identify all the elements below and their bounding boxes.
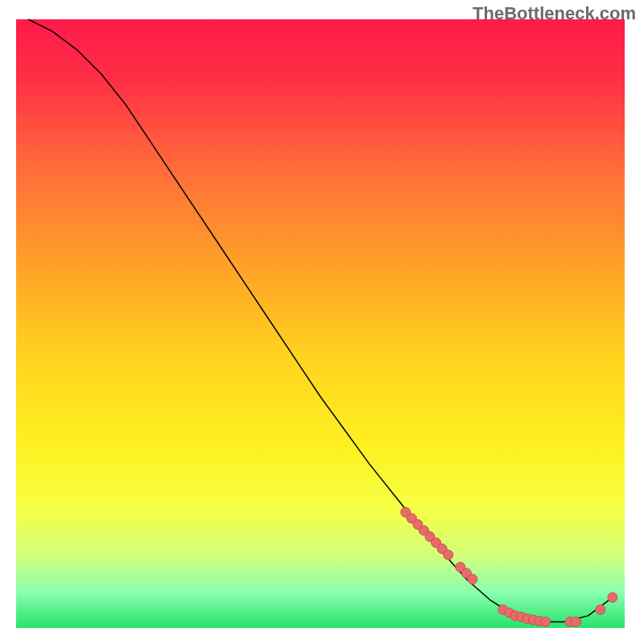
chart-container: TheBottleneck.com <box>0 0 644 644</box>
marker-point <box>468 575 477 584</box>
marker-point <box>572 617 581 626</box>
watermark-text: TheBottleneck.com <box>473 3 636 24</box>
marker-point <box>608 592 617 602</box>
marker-point <box>596 605 605 614</box>
chart-svg <box>0 0 644 644</box>
plot-background <box>16 19 625 628</box>
marker-point <box>444 550 453 559</box>
marker-point <box>541 617 551 626</box>
